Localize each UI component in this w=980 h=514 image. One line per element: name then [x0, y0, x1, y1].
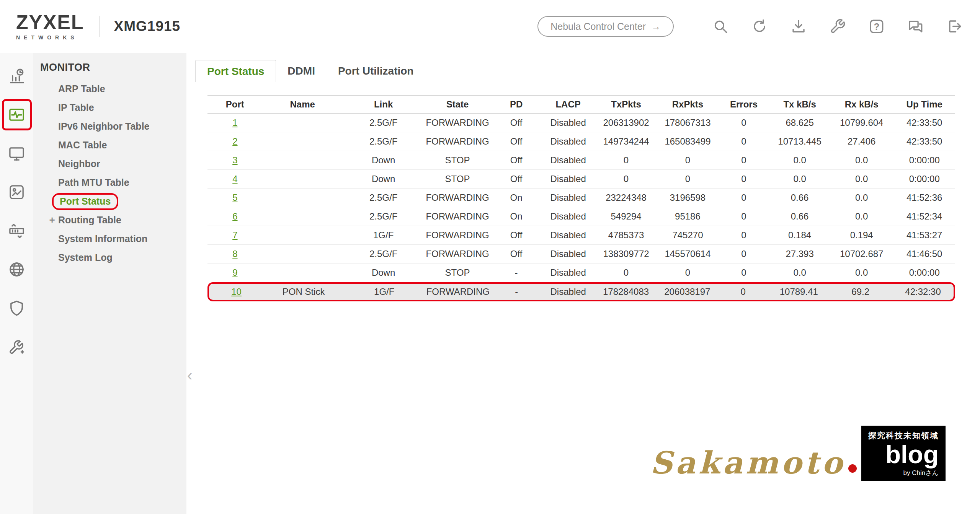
port-link[interactable]: 9	[232, 267, 237, 278]
logo-subtext: NETWORKS	[16, 34, 78, 41]
table-cell: STOP	[425, 155, 491, 166]
table-cell: 0	[717, 155, 770, 166]
tab-ddmi[interactable]: DDMI	[276, 60, 327, 82]
sidebar-item-port-status[interactable]: Port Status	[33, 192, 186, 211]
table-cell: -	[491, 267, 542, 278]
watermark-red-dot	[848, 464, 857, 473]
port-link-cell: 6	[207, 211, 263, 222]
network-globe-icon[interactable]	[0, 250, 33, 289]
display-icon[interactable]	[0, 134, 33, 173]
table-row: 82.5G/FFORWARDINGOffDisabled138309772145…	[207, 245, 955, 264]
port-link-cell: 2	[207, 136, 263, 147]
watermark-cn-text: 探究科技未知領域	[868, 430, 939, 441]
table-cell: 0.0	[830, 192, 894, 203]
table-cell: 2.5G/F	[343, 117, 425, 128]
table-row: 22.5G/FFORWARDINGOffDisabled149734244165…	[207, 132, 955, 151]
sidebar-item-path-mtu-table[interactable]: Path MTU Table	[33, 173, 186, 192]
port-link[interactable]: 4	[232, 174, 237, 184]
table-cell: 27.393	[770, 249, 830, 259]
wrench-icon[interactable]	[829, 18, 846, 35]
table-cell: 178284083	[594, 286, 657, 297]
logo-divider	[99, 16, 100, 37]
port-link[interactable]: 7	[232, 230, 237, 240]
table-cell: Disabled	[542, 117, 595, 128]
port-link[interactable]: 5	[232, 192, 237, 203]
port-link-cell: 8	[207, 249, 263, 259]
security-shield-icon[interactable]	[0, 289, 33, 327]
watermark-blog-text: blog	[885, 442, 939, 467]
port-link[interactable]: 6	[232, 211, 237, 221]
switch-ports-icon[interactable]	[0, 211, 33, 250]
maintenance-icon[interactable]	[0, 327, 33, 366]
table-cell: 0.0	[770, 267, 830, 278]
table-row: 12.5G/FFORWARDINGOffDisabled206313902178…	[207, 114, 955, 132]
port-link[interactable]: 8	[232, 249, 237, 259]
sidebar-item-system-information[interactable]: System Information	[33, 229, 186, 248]
table-cell: 0	[658, 155, 717, 166]
sidebar-item-ip-table[interactable]: IP Table	[33, 98, 186, 117]
sidebar-item-label: IP Table	[58, 102, 94, 113]
media-icon[interactable]	[0, 173, 33, 211]
search-icon[interactable]	[712, 18, 729, 35]
table-cell: 0	[717, 136, 770, 147]
table-cell: Off	[491, 136, 542, 147]
sidebar-item-arp-table[interactable]: ARP Table	[33, 80, 186, 98]
table-cell: Disabled	[542, 249, 595, 259]
summary-icon[interactable]	[0, 57, 33, 96]
port-link[interactable]: 2	[232, 136, 237, 146]
port-link-cell: 10	[209, 286, 264, 297]
sidebar-item-routing-table[interactable]: +Routing Table	[33, 211, 186, 229]
feedback-icon[interactable]	[907, 18, 924, 35]
monitor-icon[interactable]	[0, 96, 33, 134]
table-cell: 2.5G/F	[343, 192, 425, 203]
table-cell: On	[491, 192, 542, 203]
table-cell: 42:33:50	[894, 117, 955, 128]
table-cell: -	[491, 286, 542, 297]
left-icon-rail	[0, 53, 33, 514]
column-header-port: Port	[207, 99, 263, 110]
table-cell: FORWARDING	[425, 192, 491, 203]
table-cell: Off	[491, 249, 542, 259]
port-link-cell: 5	[207, 192, 263, 203]
table-cell: FORWARDING	[425, 117, 491, 128]
download-icon[interactable]	[790, 18, 807, 35]
table-cell: 0.66	[770, 192, 830, 203]
port-link-cell: 4	[207, 174, 263, 184]
table-cell: 549294	[595, 211, 658, 222]
port-link[interactable]: 1	[232, 117, 237, 128]
port-link[interactable]: 10	[231, 286, 242, 297]
watermark: Sakamoto 探究科技未知領域 blog by Chinさん	[650, 426, 946, 481]
port-link[interactable]: 3	[232, 155, 237, 165]
sidebar-item-neighbor[interactable]: Neighbor	[33, 155, 186, 173]
table-cell: Off	[491, 155, 542, 166]
tab-port-status[interactable]: Port Status	[195, 60, 276, 82]
help-icon[interactable]: ?	[868, 18, 885, 35]
sidebar-item-mac-table[interactable]: MAC Table	[33, 136, 186, 155]
sidebar-collapse-handle[interactable]: ‹	[187, 368, 192, 383]
nebula-button-label: Nebula Control Center	[550, 21, 646, 32]
sidebar-item-system-log[interactable]: System Log	[33, 248, 186, 267]
table-cell: 41:46:50	[894, 249, 955, 259]
tab-port-utilization[interactable]: Port Utilization	[327, 60, 425, 82]
sidebar-item-ipv6-neighbor-table[interactable]: IPv6 Neighbor Table	[33, 117, 186, 136]
table-cell: 10799.604	[830, 117, 894, 128]
table-cell: 69.2	[828, 286, 892, 297]
nebula-control-center-button[interactable]: Nebula Control Center →	[537, 16, 674, 37]
column-header-txpkts: TxPkts	[595, 99, 658, 110]
arrow-right-icon: →	[651, 21, 661, 32]
watermark-blog-box: 探究科技未知領域 blog by Chinさん	[861, 426, 946, 481]
table-cell: 23224348	[595, 192, 658, 203]
expand-plus-icon[interactable]: +	[46, 214, 58, 226]
table-cell: 1G/F	[343, 286, 425, 297]
refresh-icon[interactable]	[751, 18, 768, 35]
table-cell: 0.0	[830, 155, 894, 166]
table-cell: Down	[343, 174, 425, 184]
table-cell: 1G/F	[343, 230, 425, 241]
table-cell: 0	[717, 267, 770, 278]
table-cell: PON Stick	[264, 286, 343, 297]
table-cell: FORWARDING	[425, 136, 491, 147]
sidebar-item-label: Path MTU Table	[58, 177, 129, 188]
table-cell: 0:00:00	[894, 155, 955, 166]
logout-icon[interactable]	[946, 18, 963, 35]
sidebar-section-title: MONITOR	[33, 62, 186, 73]
